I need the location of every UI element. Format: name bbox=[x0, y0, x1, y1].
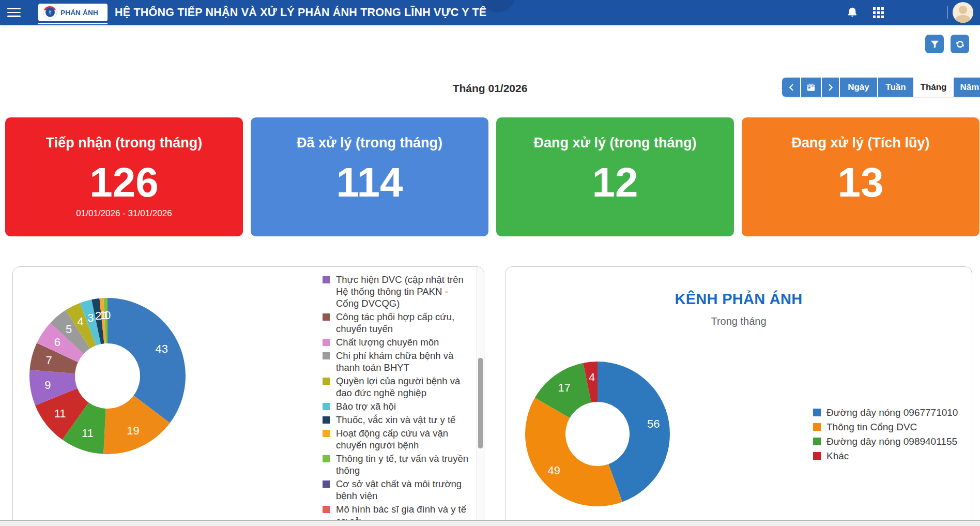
apps-grid-icon[interactable] bbox=[873, 7, 884, 18]
legend-color-swatch bbox=[323, 339, 330, 346]
slice-value-label: 5 bbox=[66, 323, 72, 336]
user-avatar[interactable] bbox=[953, 2, 973, 23]
stat-title: Đang xử lý (trong tháng) bbox=[496, 134, 734, 152]
stat-card-resolved: Đã xử lý (trong tháng) 114 bbox=[251, 117, 488, 236]
slice-value-label: 4 bbox=[589, 371, 595, 384]
slice-value-label: 9 bbox=[44, 379, 51, 392]
legend-label: Hoạt động cấp cứu và vận chuyển người bệ… bbox=[336, 427, 470, 451]
category-legend: Thực hiện DVC (cập nhật trên Hệ thống th… bbox=[323, 274, 470, 526]
bell-icon[interactable] bbox=[846, 6, 859, 19]
legend-item[interactable]: Đường dây nóng 0967771010 bbox=[813, 408, 958, 417]
legend-item[interactable]: Chất lượng chuyên môn bbox=[323, 336, 470, 348]
legend-label: Thực hiện DVC (cập nhật trên Hệ thống th… bbox=[336, 274, 470, 309]
chevron-left-icon bbox=[787, 83, 795, 92]
previous-period-button[interactable] bbox=[782, 78, 800, 97]
legend-color-swatch bbox=[813, 409, 821, 416]
legend-color-swatch bbox=[323, 378, 330, 385]
legend-label: Chất lượng chuyên môn bbox=[336, 336, 439, 348]
view-week-button[interactable]: Tuần bbox=[877, 78, 913, 97]
legend-item[interactable]: Công tác phối hợp cấp cứu, chuyển tuyến bbox=[323, 311, 470, 335]
legend-color-swatch bbox=[323, 403, 330, 410]
legend-item[interactable]: Đường dây nóng 0989401155 bbox=[813, 437, 958, 446]
legend-color-swatch bbox=[813, 423, 821, 431]
channel-donut-card: KÊNH PHẢN ÁNH Trong tháng 5649174 Đường … bbox=[505, 266, 972, 526]
legend-color-swatch bbox=[323, 352, 330, 359]
slice-value-label: 11 bbox=[54, 407, 66, 420]
slice-value-label: 56 bbox=[647, 417, 660, 430]
calendar-button[interactable] bbox=[800, 78, 821, 97]
legend-item[interactable]: Chi phí khám chữa bệnh và thanh toán BHY… bbox=[323, 350, 470, 373]
brand-active-underline bbox=[38, 23, 108, 24]
legend-color-swatch bbox=[323, 455, 330, 462]
legend-label: Bảo trợ xã hội bbox=[336, 400, 396, 412]
stat-value: 114 bbox=[251, 160, 488, 205]
legend-item[interactable]: Quyền lợi của người bệnh và đạo đức nghề… bbox=[323, 375, 470, 399]
legend-item[interactable]: Thuốc, vắc xin và vật tư y tế bbox=[323, 414, 470, 426]
calendar-icon bbox=[806, 83, 816, 92]
legend-color-swatch bbox=[323, 430, 330, 437]
filter-button[interactable] bbox=[925, 35, 944, 53]
legend-item[interactable]: Khác bbox=[813, 451, 958, 461]
slice-value-label: 0 bbox=[104, 309, 111, 322]
legend-label: Đường dây nóng 0989401155 bbox=[826, 437, 957, 446]
next-period-button[interactable] bbox=[821, 78, 839, 97]
view-month-button[interactable]: Tháng bbox=[913, 78, 953, 97]
legend-color-swatch bbox=[323, 416, 330, 424]
period-navigation: Ngày Tuần Tháng Năm bbox=[782, 78, 980, 97]
slice-value-label: 11 bbox=[82, 427, 94, 440]
current-period-label: Tháng 01/2026 bbox=[453, 82, 528, 95]
legend-label: Quyền lợi của người bệnh và đạo đức nghề… bbox=[336, 375, 470, 399]
slice-value-label: 17 bbox=[558, 381, 571, 394]
slice-value-label: 19 bbox=[127, 424, 139, 437]
legend-item[interactable]: Thông tin Cổng DVC bbox=[813, 422, 958, 432]
legend-label: Công tác phối hợp cấp cứu, chuyển tuyến bbox=[336, 311, 470, 335]
funnel-icon bbox=[930, 39, 940, 49]
stat-value: 126 bbox=[5, 160, 243, 205]
horizontal-scrollbar[interactable] bbox=[0, 520, 980, 526]
slice-value-label: 4 bbox=[77, 315, 83, 328]
stat-card-inprogress-total: Đang xử lý (Tích lũy) 13 bbox=[742, 117, 979, 236]
app-logo[interactable]: ⚕ PHẢN ÁNH bbox=[38, 4, 108, 21]
category-donut-chart: 431911119765432110 bbox=[25, 293, 190, 459]
stat-title: Tiếp nhận (trong tháng) bbox=[5, 134, 243, 152]
stat-card-received: Tiếp nhận (trong tháng) 126 01/01/2026 -… bbox=[5, 117, 243, 236]
legend-label: Chi phí khám chữa bệnh và thanh toán BHY… bbox=[336, 350, 470, 373]
view-year-button[interactable]: Năm bbox=[953, 78, 980, 97]
card-vertical-scrollbar[interactable] bbox=[477, 267, 484, 526]
slice-value-label: 7 bbox=[46, 354, 52, 367]
navbar-divider bbox=[947, 6, 948, 19]
legend-item[interactable]: Bảo trợ xã hội bbox=[323, 400, 470, 412]
chart-subtitle: Trong tháng bbox=[506, 315, 972, 327]
stat-title: Đang xử lý (Tích lũy) bbox=[742, 134, 979, 152]
stat-card-inprogress-month: Đang xử lý (trong tháng) 12 bbox=[496, 117, 734, 236]
legend-label: Cơ sở vật chất và môi trường bệnh viện bbox=[336, 478, 470, 502]
legend-label: Thông tin y tế, tư vấn và truyền thông bbox=[336, 453, 470, 476]
scrollbar-thumb[interactable] bbox=[478, 358, 483, 448]
stat-date-range: 01/01/2026 - 31/01/2026 bbox=[5, 208, 243, 219]
refresh-icon bbox=[955, 39, 965, 49]
legend-label: Đường dây nóng 0967771010 bbox=[826, 408, 958, 417]
menu-icon[interactable] bbox=[7, 8, 21, 17]
legend-label: Khác bbox=[826, 451, 849, 461]
legend-color-swatch bbox=[323, 480, 330, 488]
donut-slice[interactable] bbox=[108, 298, 186, 423]
legend-item[interactable]: Thông tin y tế, tư vấn và truyền thông bbox=[323, 453, 470, 476]
stat-value: 13 bbox=[742, 160, 979, 205]
legend-color-swatch bbox=[813, 438, 821, 445]
view-day-button[interactable]: Ngày bbox=[839, 78, 877, 97]
category-donut-card: 431911119765432110 Thực hiện DVC (cập nh… bbox=[12, 266, 484, 526]
legend-item[interactable]: Thực hiện DVC (cập nhật trên Hệ thống th… bbox=[323, 274, 470, 309]
page-title: HỆ THỐNG TIẾP NHẬN VÀ XỬ LÝ PHẢN ÁNH TRO… bbox=[115, 0, 486, 25]
legend-item[interactable]: Cơ sở vật chất và môi trường bệnh viện bbox=[323, 478, 470, 502]
brand-label: PHẢN ÁNH bbox=[60, 9, 98, 17]
legend-color-swatch bbox=[323, 313, 330, 321]
chart-title: KÊNH PHẢN ÁNH bbox=[506, 291, 972, 308]
legend-color-swatch bbox=[813, 452, 821, 460]
refresh-button[interactable] bbox=[951, 35, 969, 53]
slice-value-label: 49 bbox=[548, 464, 560, 477]
legend-label: Thông tin Cổng DVC bbox=[826, 422, 917, 432]
donut-slice[interactable] bbox=[525, 398, 622, 506]
legend-color-swatch bbox=[323, 506, 330, 513]
stat-cards-row: Tiếp nhận (trong tháng) 126 01/01/2026 -… bbox=[5, 117, 979, 236]
legend-item[interactable]: Hoạt động cấp cứu và vận chuyển người bệ… bbox=[323, 427, 470, 451]
